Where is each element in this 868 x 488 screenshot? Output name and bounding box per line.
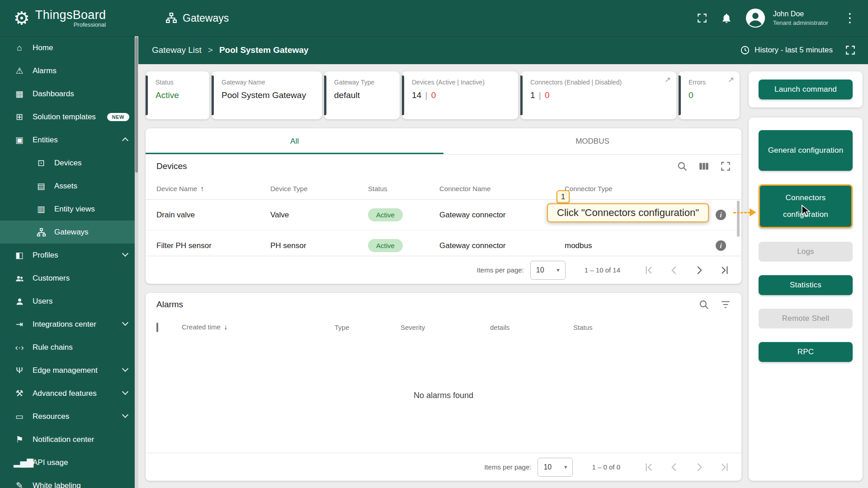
general-configuration-button[interactable]: General configuration — [759, 130, 853, 171]
page-size-select[interactable]: 10 ▾ — [530, 261, 566, 280]
sidebar-item-solution-templates[interactable]: ⊞ Solution templates NEW — [0, 105, 138, 128]
profiles-icon: ◧ — [14, 250, 25, 260]
sidebar-item-customers[interactable]: Customers — [0, 267, 138, 290]
alarms-pagination: Items per page: 10 ▾ 1 – 0 of 0 — [146, 453, 741, 481]
paint-icon: ✎ — [14, 480, 25, 488]
table-scrollbar-thumb[interactable] — [737, 201, 740, 237]
rule-chains-icon: ‹·› — [14, 343, 25, 352]
templates-icon: ⊞ — [14, 112, 25, 122]
filter-icon[interactable] — [720, 299, 731, 310]
first-page-button — [639, 458, 658, 477]
sidebar-item-dashboards[interactable]: ▦ Dashboards — [0, 82, 138, 105]
gateways-icon — [35, 227, 47, 237]
clock-icon — [740, 45, 750, 55]
kpi-devices: Devices (Active | Inactive) 14 | 0 — [402, 71, 518, 119]
sidebar-item-alarms[interactable]: ⚠ Alarms — [0, 59, 138, 82]
status-badge: Active — [368, 239, 403, 252]
table-row[interactable]: Filter PH sensor PH sensor Active Gatewa… — [146, 230, 741, 256]
dashboard-fullscreen-icon[interactable] — [844, 44, 856, 56]
chevron-down-icon — [122, 412, 128, 418]
sort-asc-icon[interactable]: ↑ — [200, 185, 204, 192]
sidebar-item-entity-views[interactable]: ▥ Entity views — [0, 197, 138, 221]
sidebar-scrollbar-thumb[interactable] — [135, 37, 138, 173]
page-title: Gateways — [183, 12, 229, 24]
sidebar-scrollbar[interactable] — [135, 36, 138, 488]
sidebar-item-assets[interactable]: ▤ Assets — [0, 174, 138, 197]
dashboards-grid-icon: ▦ — [14, 89, 25, 99]
statistics-button[interactable]: Statistics — [759, 275, 853, 295]
devices-pagination: Items per page: 10 ▾ 1 – 10 of 14 — [146, 256, 741, 284]
kpi-gateway-name: Gateway Name Pool System Gateway — [212, 71, 322, 119]
info-icon[interactable]: i — [716, 240, 726, 251]
open-link-arrow-icon[interactable]: ↗ — [665, 75, 671, 84]
user-person-icon — [14, 296, 25, 306]
tab-modbus[interactable]: MODBUS — [443, 128, 741, 154]
sidebar-item-api-usage[interactable]: ▂▅▇ API usage — [0, 451, 138, 474]
tutorial-arrowhead-icon — [750, 208, 756, 216]
columns-icon[interactable] — [698, 160, 710, 172]
alarms-table-header: Created time↓ Type Severity details Stat… — [146, 316, 741, 338]
search-icon[interactable] — [676, 160, 688, 172]
history-range-button[interactable]: History - last 5 minutes — [740, 45, 833, 55]
sidebar-item-home[interactable]: ⌂ Home — [0, 36, 138, 59]
sidebar-item-integrations-center[interactable]: ⇥ Integrations center — [0, 313, 138, 336]
sidebar-item-profiles[interactable]: ◧ Profiles — [0, 244, 138, 267]
chevron-down-icon — [122, 250, 128, 257]
chevron-down-icon: ▾ — [557, 267, 560, 273]
gateway-actions-panel: Launch command General configuration Con… — [749, 71, 863, 481]
expand-fullscreen-icon[interactable] — [720, 160, 731, 172]
sidebar-item-resources[interactable]: ▭ Resources — [0, 405, 138, 428]
fullscreen-icon[interactable] — [696, 12, 708, 24]
launch-command-button[interactable]: Launch command — [759, 80, 853, 99]
alarms-empty-message: No alarms found — [146, 338, 741, 453]
warning-icon: ⚠ — [14, 66, 25, 76]
app-root: ⚙ ThingsBoard Professional Gateways — [0, 0, 868, 488]
pagination-range: 1 – 10 of 14 — [585, 266, 620, 274]
flag-icon: ⚑ — [14, 434, 25, 445]
devices-icon: ⊡ — [35, 158, 47, 168]
sidebar-item-devices[interactable]: ⊡ Devices — [0, 151, 138, 174]
sidebar-item-white-labeling[interactable]: ✎ White labeling — [0, 474, 138, 488]
sidebar-item-advanced-features[interactable]: ⚒ Advanced features — [0, 382, 138, 405]
new-badge: NEW — [107, 113, 129, 121]
more-options-kebab-icon[interactable]: ⋮ — [844, 12, 856, 24]
select-all-checkbox[interactable] — [156, 323, 158, 332]
gateways-icon — [165, 12, 177, 24]
rpc-button[interactable]: RPC — [759, 342, 853, 362]
info-icon[interactable]: i — [716, 210, 726, 220]
tutorial-step-badge: 1 — [557, 190, 570, 203]
sidebar-item-notification-center[interactable]: ⚑ Notification center — [0, 428, 138, 451]
tab-all[interactable]: All — [146, 128, 443, 154]
devices-title: Devices — [156, 161, 187, 171]
dashboard-content: Status Active Gateway Name Pool System G… — [138, 64, 868, 488]
user-block: John Doe Tenant administrator — [773, 9, 828, 27]
assets-icon: ▤ — [35, 181, 47, 191]
brand-subtitle: Professional — [74, 21, 106, 28]
last-page-button[interactable] — [715, 261, 734, 280]
user-avatar[interactable] — [745, 8, 766, 28]
kpi-status: Status Active — [146, 71, 209, 119]
search-icon[interactable] — [698, 299, 710, 310]
brand-title: ThingsBoard — [35, 8, 106, 22]
open-link-arrow-icon[interactable]: ↗ — [728, 75, 734, 84]
folder-icon: ▭ — [14, 411, 25, 422]
sidebar-item-rule-chains[interactable]: ‹·› Rule chains — [0, 336, 138, 359]
next-page-button[interactable] — [690, 261, 709, 280]
kpi-accent-bar — [146, 75, 148, 115]
sidebar-item-entities[interactable]: ▣ Entities — [0, 128, 138, 151]
devices-header: Devices — [146, 155, 741, 178]
page-title-wrap: Gateways — [165, 12, 229, 24]
connector-tabs: All MODBUS — [146, 128, 741, 155]
tutorial-dashed-connector — [733, 212, 750, 213]
sidebar-item-users[interactable]: Users — [0, 290, 138, 313]
chevron-up-icon — [122, 137, 128, 144]
sidebar-item-edge-management[interactable]: Ψ Edge management — [0, 359, 138, 382]
breadcrumb-parent[interactable]: Gateway List — [152, 45, 202, 55]
sort-desc-icon[interactable]: ↓ — [224, 323, 227, 331]
page-size-select[interactable]: 10 ▾ — [538, 458, 573, 477]
home-icon: ⌂ — [14, 43, 25, 53]
thingsboard-logo-icon: ⚙ — [14, 9, 30, 27]
notifications-bell-icon[interactable] — [721, 12, 732, 24]
sidebar-item-gateways[interactable]: Gateways — [0, 221, 138, 244]
alarms-header: Alarms — [146, 293, 741, 316]
